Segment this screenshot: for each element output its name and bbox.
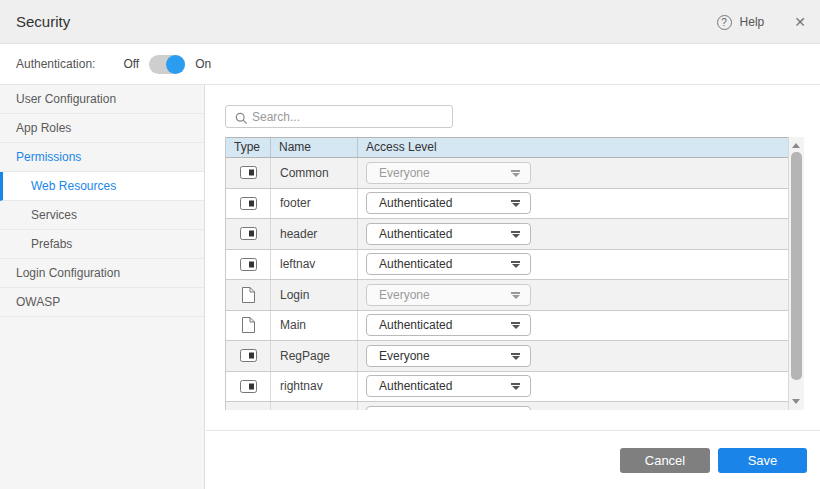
header-actions: ? Help ✕ (717, 0, 806, 44)
scrollbar-thumb[interactable] (791, 152, 802, 380)
close-icon[interactable]: ✕ (794, 15, 806, 29)
toggle-on-label: On (195, 57, 211, 71)
access-level-value: Everyone (367, 166, 430, 180)
access-cell: Everyone (358, 280, 788, 310)
partial-icon (240, 349, 257, 362)
type-cell (226, 280, 271, 310)
sidebar-item-prefabs[interactable]: Prefabs (0, 230, 204, 259)
cancel-button[interactable]: Cancel (620, 448, 710, 473)
scroll-up-icon[interactable] (792, 143, 800, 148)
type-cell (226, 219, 271, 249)
security-dialog: Security ? Help ✕ Authentication: Off On… (0, 0, 820, 489)
chevron-down-icon (511, 261, 520, 268)
table-row: footerAuthenticated (226, 189, 788, 220)
access-level-select: Everyone (366, 162, 531, 184)
partial-icon (240, 166, 257, 179)
type-cell (226, 402, 271, 410)
toggle-off-label: Off (123, 57, 139, 71)
help-icon[interactable]: ? (717, 15, 732, 30)
type-cell (226, 372, 271, 402)
access-cell: Authenticated (358, 219, 788, 249)
table-row: headerAuthenticated (226, 219, 788, 250)
access-cell: Everyone (358, 341, 788, 371)
access-level-value: Everyone (367, 349, 430, 363)
partial-icon (240, 227, 257, 240)
access-cell: Everyone (358, 158, 788, 188)
sidebar-item-owasp[interactable]: OWASP (0, 288, 204, 317)
access-level-value: Authenticated (367, 379, 452, 393)
chevron-down-icon (511, 353, 520, 360)
grid-body: CommonEveryonefooterAuthenticatedheaderA… (226, 158, 788, 410)
table-row: rightnavAuthenticated (226, 372, 788, 403)
access-level-value: Authenticated (367, 196, 452, 210)
sidebar-item-services[interactable]: Services (0, 201, 204, 230)
chevron-down-icon (511, 231, 520, 238)
scroll-down-icon[interactable] (792, 399, 800, 404)
chevron-down-icon (511, 170, 520, 177)
table-row: RegPageEveryone (226, 341, 788, 372)
grid-header: TypeNameAccess Level (226, 137, 788, 158)
authentication-row: Authentication: Off On (0, 44, 820, 85)
resource-name: header (271, 219, 358, 249)
authentication-label: Authentication: (16, 57, 95, 71)
footer-divider (206, 430, 820, 431)
sidebar-item-user-configuration[interactable]: User Configuration (0, 85, 204, 114)
access-level-select[interactable]: Authenticated (366, 375, 531, 397)
resource-name: Common (271, 158, 358, 188)
access-level-value: Everyone (367, 288, 430, 302)
access-cell: Authenticated (358, 372, 788, 402)
type-cell (226, 341, 271, 371)
authentication-toggle[interactable] (149, 55, 185, 74)
access-cell: Authenticated (358, 189, 788, 219)
page-title: Security (16, 13, 70, 30)
access-level-select[interactable]: Authenticated (366, 253, 531, 275)
help-button[interactable]: Help (740, 15, 765, 29)
access-level-select[interactable]: Authenticated (366, 223, 531, 245)
resource-name: footer (271, 189, 358, 219)
column-header-name: Name (271, 138, 358, 157)
type-cell (226, 311, 271, 341)
access-level-value: Authenticated (367, 318, 452, 332)
chevron-down-icon (511, 383, 520, 390)
resources-grid: TypeNameAccess Level CommonEveryonefoote… (225, 137, 804, 410)
table-row: MainAuthenticated (226, 311, 788, 342)
resource-name: rightnav (271, 372, 358, 402)
access-cell (358, 402, 788, 410)
partial-icon (240, 197, 257, 210)
page-icon (242, 317, 255, 333)
save-button[interactable]: Save (718, 448, 807, 473)
access-level-select[interactable]: Everyone (366, 345, 531, 367)
resource-name: Main (271, 311, 358, 341)
access-level-select[interactable] (366, 406, 531, 410)
column-header-access-level: Access Level (358, 138, 788, 157)
access-level-value: Authenticated (367, 227, 452, 241)
chevron-down-icon (511, 200, 520, 207)
access-cell: Authenticated (358, 311, 788, 341)
main-panel: TypeNameAccess Level CommonEveryonefoote… (206, 85, 820, 489)
resource-name (271, 402, 358, 410)
sidebar-item-login-configuration[interactable]: Login Configuration (0, 259, 204, 288)
search-icon (235, 111, 248, 129)
access-level-value: Authenticated (367, 257, 452, 271)
sidebar-item-app-roles[interactable]: App Roles (0, 114, 204, 143)
toggle-knob (166, 55, 185, 74)
sidebar-nav: User ConfigurationApp RolesPermissionsWe… (0, 85, 205, 489)
chevron-down-icon (511, 292, 520, 299)
dialog-header: Security ? Help ✕ (0, 0, 820, 44)
partial-icon (240, 258, 257, 271)
search-input[interactable] (252, 106, 450, 127)
table-row (226, 402, 788, 410)
sidebar-item-web-resources[interactable]: Web Resources (0, 172, 204, 201)
grid-table: TypeNameAccess Level CommonEveryonefoote… (225, 137, 789, 410)
column-header-type: Type (226, 138, 271, 157)
table-row: leftnavAuthenticated (226, 250, 788, 281)
type-cell (226, 158, 271, 188)
sidebar-item-permissions[interactable]: Permissions (0, 143, 204, 172)
table-row: LoginEveryone (226, 280, 788, 311)
partial-icon (240, 380, 257, 393)
access-level-select[interactable]: Authenticated (366, 192, 531, 214)
type-cell (226, 250, 271, 280)
access-level-select[interactable]: Authenticated (366, 314, 531, 336)
table-scrollbar[interactable] (789, 137, 804, 410)
access-level-select: Everyone (366, 284, 531, 306)
